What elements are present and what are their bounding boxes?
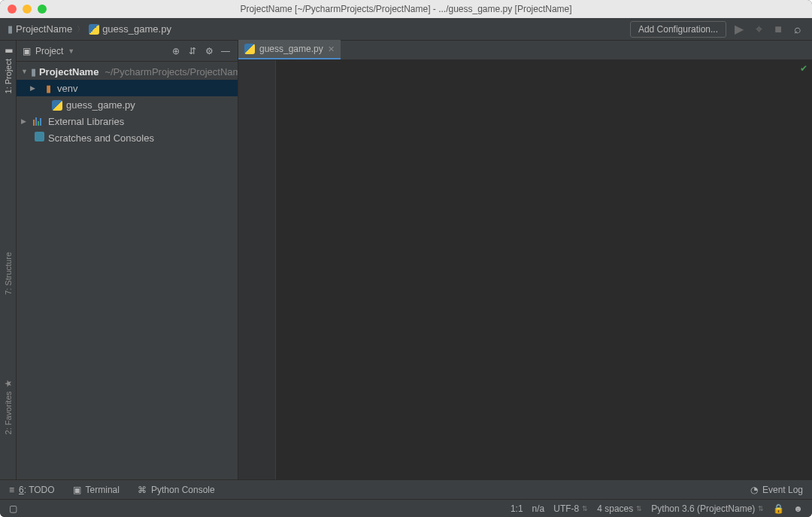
tab-python-console[interactable]: ⌘ Python Console [138,485,215,495]
tree-root-path: ~/PycharmProjects/ProjectName [105,66,238,78]
chevron-right-icon: 〉 [77,24,84,35]
locate-icon[interactable]: ⊕ [170,46,182,56]
editor-area: guess_game.py ✕ ✔ [238,41,812,479]
tab-project[interactable]: 1: Project ▮ [4,45,13,93]
left-tool-stripe: 1: Project ▮ 7: Structure 2: Favorites ★ [0,41,17,479]
tab-structure[interactable]: 7: Structure [4,252,13,295]
minimize-window-button[interactable] [23,5,32,14]
tab-favorites-label: 2: Favorites [4,391,13,434]
project-sidebar: ▣ Project ▼ ⊕ ⇵ ⚙ — ▼ ▮ ProjectName ~/Py… [17,41,238,479]
status-bar: ▢ 1:1 n/a UTF-8⇅ 4 spaces⇅ Python 3.6 (P… [0,499,812,517]
run-icon[interactable]: ▶ [732,22,746,36]
gear-icon[interactable]: ⚙ [203,46,215,56]
close-window-button[interactable] [8,5,17,14]
status-interpreter[interactable]: Python 3.6 (ProjectName)⇅ [651,503,764,514]
folder-icon: ▮ [3,48,14,53]
folder-icon: ▮ [31,66,36,78]
tab-todo-mnemonic: 6 [19,485,24,495]
folder-icon: ▮ [8,23,13,35]
folder-icon: ▮ [42,83,54,94]
library-icon [33,117,45,126]
navigation-bar: ▮ ProjectName 〉 guess_game.py Add Config… [0,18,812,41]
tree-venv[interactable]: ▶ ▮ venv [17,80,238,96]
tab-terminal-label: Terminal [86,485,120,495]
breadcrumb-project[interactable]: ▮ ProjectName [8,23,72,35]
tab-event-log-label: Event Log [762,485,803,495]
stop-icon[interactable]: ■ [771,23,785,36]
expand-all-icon[interactable]: ⇵ [186,46,198,56]
titlebar: ProjectName [~/PycharmProjects/ProjectNa… [0,0,812,18]
editor[interactable]: ✔ [238,60,812,479]
hide-icon[interactable]: — [220,46,232,56]
status-line-separator[interactable]: n/a [532,503,545,514]
maximize-window-button[interactable] [38,5,47,14]
tab-favorites[interactable]: 2: Favorites ★ [4,378,13,434]
window-title: ProjectName [~/PycharmProjects/ProjectNa… [240,4,571,14]
list-icon: ≡ [9,485,14,495]
breadcrumb-project-label: ProjectName [16,23,72,35]
sidebar-title[interactable]: Project [35,46,63,56]
editor-tab[interactable]: guess_game.py ✕ [238,40,341,59]
python-file-icon [89,23,99,35]
updown-icon: ⇅ [636,505,642,512]
tree-root-label: ProjectName [39,66,98,78]
event-log-icon: ◔ [750,485,758,495]
search-icon[interactable]: ⌕ [791,23,804,36]
status-line-separator-label: n/a [532,503,545,514]
tree-scratches[interactable]: Scratches and Consoles [17,129,238,146]
tree-external-label: External Libraries [48,116,124,127]
status-readonly-lock-icon[interactable]: 🔒 [773,503,784,514]
breadcrumb-file-label: guess_game.py [102,23,171,35]
sidebar-header: ▣ Project ▼ ⊕ ⇵ ⚙ — [17,41,238,62]
scratch-icon [33,132,45,144]
debug-icon[interactable]: ⌖ [752,23,765,36]
status-interpreter-label: Python 3.6 (ProjectName) [651,503,755,514]
tab-structure-label: 7: Structure [4,252,13,295]
tab-event-log[interactable]: ◔ Event Log [750,485,803,495]
breadcrumb-file[interactable]: guess_game.py [89,23,171,35]
project-view-icon: ▣ [23,46,31,56]
terminal-icon: ▣ [73,485,81,495]
status-message-icon[interactable]: ▢ [9,503,17,514]
tab-python-console-label: Python Console [151,485,215,495]
python-icon: ⌘ [138,485,147,495]
project-tree: ▼ ▮ ProjectName ~/PycharmProjects/Projec… [17,62,238,147]
tree-file-label: guess_game.py [66,99,135,111]
tree-venv-label: venv [57,83,77,94]
status-encoding-label: UTF-8 [553,503,579,514]
status-encoding[interactable]: UTF-8⇅ [553,503,588,514]
star-icon: ★ [3,379,14,387]
status-indent-label: 4 spaces [597,503,633,514]
chevron-down-icon[interactable]: ▼ [68,47,74,55]
inspection-ok-icon[interactable]: ✔ [800,63,807,74]
expand-arrow-icon[interactable]: ▼ [21,68,28,75]
tab-terminal[interactable]: ▣ Terminal [73,485,120,495]
tree-external-libraries[interactable]: ▶ External Libraries [17,113,238,129]
python-file-icon [244,44,255,55]
tab-todo-label: : TODO [24,485,55,495]
breadcrumb: ▮ ProjectName 〉 guess_game.py [8,23,171,35]
tree-root[interactable]: ▼ ▮ ProjectName ~/PycharmProjects/Projec… [17,63,238,80]
status-hector-icon[interactable]: ☻ [793,503,803,514]
editor-tabs: guess_game.py ✕ [238,41,812,60]
python-file-icon [51,99,63,111]
editor-gutter [238,60,276,479]
updown-icon: ⇅ [582,505,588,512]
editor-tab-label: guess_game.py [259,44,323,54]
tree-scratches-label: Scratches and Consoles [48,132,154,144]
tree-file[interactable]: guess_game.py [17,96,238,113]
updown-icon: ⇅ [758,505,764,512]
status-indent[interactable]: 4 spaces⇅ [597,503,642,514]
add-configuration-button[interactable]: Add Configuration... [630,21,726,38]
bottom-tool-stripe: ≡ 6: TODO ▣ Terminal ⌘ Python Console ◔ … [0,479,812,499]
expand-arrow-icon[interactable]: ▶ [30,84,39,92]
tab-project-label: 1: Project [4,59,13,93]
status-caret-position[interactable]: 1:1 [511,503,523,514]
close-icon[interactable]: ✕ [328,44,335,54]
expand-arrow-icon[interactable]: ▶ [21,117,30,125]
status-caret-position-label: 1:1 [511,503,523,514]
tab-todo[interactable]: ≡ 6: TODO [9,485,55,495]
